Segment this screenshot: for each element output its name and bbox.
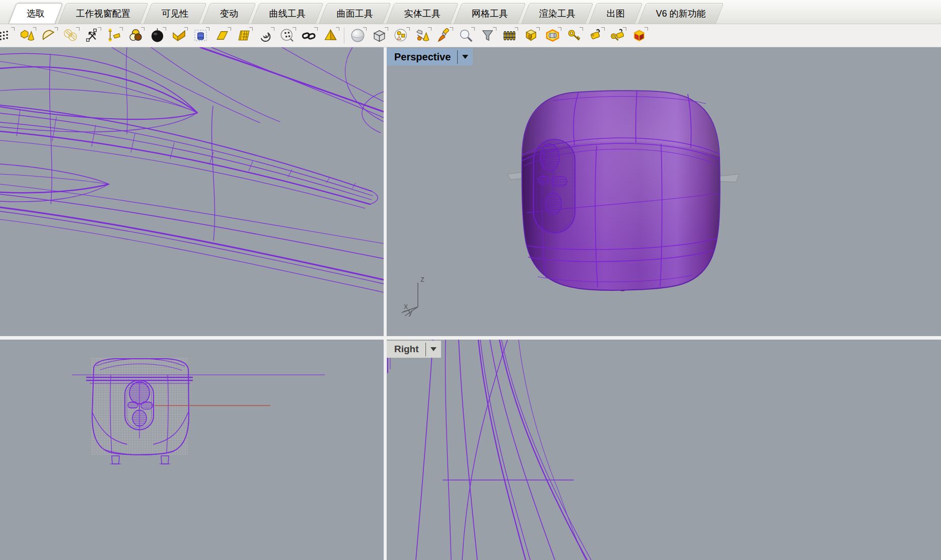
tab-bar: 选取工作视窗配置可见性变动曲线工具曲面工具实体工具网格工具渲染工具出图V6 的新… — [0, 0, 941, 24]
svg-text:U: U — [528, 34, 532, 40]
tab-2[interactable]: 可见性 — [143, 3, 207, 24]
viewport-label-text: Right — [394, 344, 419, 355]
chevron-down-icon[interactable] — [430, 347, 437, 351]
viewport-label-separator — [425, 343, 426, 356]
control-panel — [534, 139, 575, 233]
tab-label: 可见性 — [162, 8, 189, 20]
cplane-axis-gizmo: z x y — [400, 274, 435, 318]
axis-x-label: x — [404, 302, 408, 310]
select-points-icon[interactable] — [278, 26, 296, 45]
lock-tag-icon[interactable] — [587, 26, 605, 45]
viewport-bottom-left[interactable] — [0, 340, 384, 560]
hatch-icon[interactable] — [61, 26, 80, 45]
tab-3[interactable]: 变动 — [202, 3, 256, 24]
red-box-icon[interactable] — [630, 26, 648, 45]
axis-y-label: y — [408, 308, 412, 316]
extrude-solid-icon[interactable] — [191, 26, 209, 45]
select-cube-cone-icon[interactable] — [18, 26, 36, 45]
tab-label: 选取 — [27, 8, 45, 20]
wire-cube-icon[interactable] — [370, 26, 388, 45]
paintbrush-icon[interactable] — [435, 26, 453, 45]
viewport-perspective[interactable]: Perspective — [387, 47, 941, 336]
black-sphere-icon[interactable] — [148, 26, 166, 45]
tab-label: 网格工具 — [472, 8, 508, 20]
fold-surface-icon[interactable] — [170, 26, 188, 45]
axis-z-label: z — [420, 275, 424, 283]
chevron-down-icon[interactable] — [462, 55, 468, 59]
viewport-label-right[interactable]: Right — [387, 341, 441, 358]
tab-9[interactable]: 出图 — [589, 3, 643, 24]
highlight-box-icon[interactable] — [543, 26, 561, 45]
tab-10[interactable]: V6 的新功能 — [638, 3, 724, 24]
select-filter-shapes-icon[interactable] — [392, 26, 410, 45]
tab-label: 工作视窗配置 — [76, 8, 130, 20]
u-box-icon[interactable]: U — [522, 26, 540, 45]
tab-strip: 选取工作视窗配置可见性变动曲线工具曲面工具实体工具网格工具渲染工具出图V6 的新… — [11, 3, 721, 24]
tab-5[interactable]: 曲面工具 — [319, 3, 391, 24]
tab-label: 曲线工具 — [269, 8, 306, 20]
tab-label: 渲染工具 — [539, 8, 575, 20]
scale-hand-icon[interactable] — [105, 26, 123, 45]
filter-funnel-icon[interactable] — [478, 26, 496, 45]
wireframe-curves-top-left — [0, 47, 384, 336]
tab-8[interactable]: 渲染工具 — [521, 3, 594, 24]
key-icon[interactable] — [565, 26, 583, 45]
tab-label: 出图 — [607, 8, 625, 20]
viewport-label-text: Perspective — [394, 51, 451, 63]
viewport-top-left[interactable] — [0, 47, 384, 336]
main-toolbar: U — [0, 24, 941, 47]
spiral-icon[interactable] — [256, 26, 274, 45]
toolbar-divider — [344, 28, 344, 44]
tab-0[interactable]: 选取 — [9, 3, 63, 24]
sphere-icon[interactable] — [348, 26, 367, 45]
viewport-label-perspective[interactable]: Perspective — [387, 48, 473, 65]
wireframe-front-view — [0, 340, 384, 560]
tab-6[interactable]: 实体工具 — [386, 3, 459, 24]
tab-1[interactable]: 工作视窗配置 — [58, 3, 149, 24]
move-arrows-icon[interactable] — [83, 26, 101, 45]
tab-4[interactable]: 曲线工具 — [251, 3, 324, 24]
tab-label: 变动 — [220, 8, 238, 20]
viewport-right-view[interactable]: Right — [387, 340, 941, 560]
magnifier-icon[interactable] — [457, 26, 475, 45]
chain-links-icon[interactable] — [300, 26, 318, 45]
wireframe-curves-right-view — [387, 340, 941, 560]
viewport-label-separator — [457, 50, 458, 64]
viewport-area: Perspective — [0, 47, 941, 560]
grid-surface-icon[interactable] — [235, 26, 253, 45]
shaded-model-rice-cooker — [387, 47, 941, 336]
key-tag-icon[interactable] — [608, 26, 626, 45]
fence-icon[interactable] — [500, 26, 518, 45]
points-grid-icon[interactable] — [0, 26, 15, 45]
tab-label: 实体工具 — [404, 8, 441, 20]
cube-drop-cone-icon[interactable] — [413, 26, 431, 45]
color-circles-icon[interactable] — [126, 26, 144, 45]
tab-7[interactable]: 网格工具 — [454, 3, 526, 24]
tab-label: 曲面工具 — [337, 8, 373, 20]
lasso-select-icon[interactable] — [40, 26, 58, 45]
pyramid-icon[interactable] — [321, 26, 339, 45]
tab-label: V6 的新功能 — [656, 8, 706, 20]
plane-icon[interactable] — [213, 26, 231, 45]
